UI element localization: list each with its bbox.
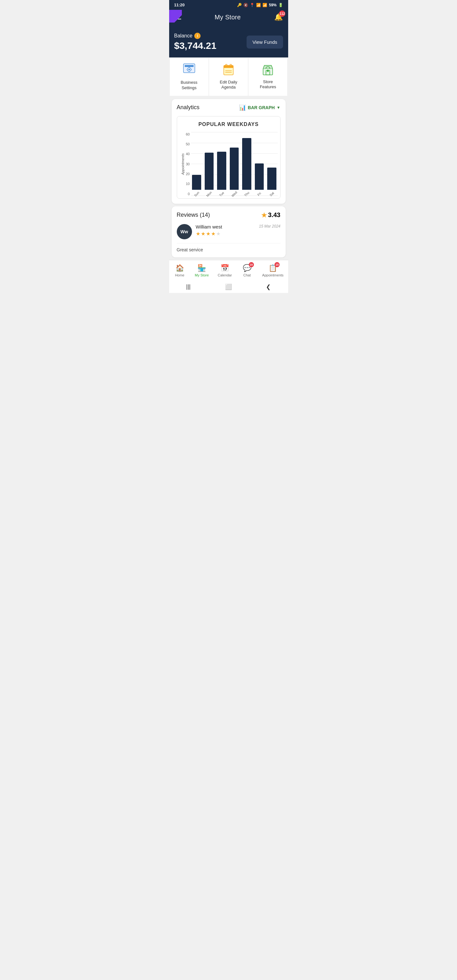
analytics-title: Analytics [177,104,200,111]
chart-type-selector[interactable]: 📊 BAR GRAPH ▼ [239,104,280,111]
svg-point-3 [188,69,190,70]
reviewer-avatar: Ww [177,224,192,239]
mute-icon: 🔇 [244,3,248,7]
reviewer-name-row: William west 15 Mar 2024 [196,224,280,229]
ribbon [169,10,182,22]
bar-sun: Sun [191,132,202,196]
star-5: ★ [216,231,221,237]
my-store-icon: 🏪 [197,264,206,272]
store-features-card[interactable]: StoreFeatures [248,58,287,96]
appointments-badge: 15 [274,262,280,267]
location-icon: 📍 [250,3,255,7]
bar-sat: Sat [266,132,278,196]
y-axis-label: Appointments [181,153,185,175]
time: 11:20 [174,3,185,7]
chart-bars-area: Sun Mon Tue Wed [191,132,278,196]
chart-bars: Sun Mon Tue Wed [191,132,278,196]
store-features-icon [262,64,274,77]
svg-rect-10 [224,67,233,68]
calendar-label: Calendar [218,273,232,277]
chat-badge: 16 [249,262,254,267]
system-nav: ||| ⬜ ❮ [169,280,288,293]
y-axis-values: 60 50 40 30 20 10 0 [186,132,191,196]
star-3: ★ [206,231,210,237]
battery-pct: 59% [269,3,276,7]
chart-container: POPULAR WEEKDAYS Appointments 60 50 40 3… [177,116,280,199]
reviews-avg-rating: ★ 3.43 [261,212,280,219]
notification-badge: 112 [279,11,285,17]
nav-my-store[interactable]: 🏪 My Store [192,263,211,278]
edit-daily-agenda-label: Edit DailyAgenda [220,80,237,91]
chart-type-label: BAR GRAPH [248,105,275,110]
analytics-section: Analytics 📊 BAR GRAPH ▼ POPULAR WEEKDAYS… [172,99,286,204]
bar-tue: Tue [216,132,228,196]
notification-button[interactable]: 🔔 112 [274,13,283,21]
star-4: ★ [211,231,215,237]
key-icon: 🔑 [237,3,242,7]
y-axis-label-container: Appointments [180,132,186,196]
status-icons: 🔑 🔇 📍 📶 📶 59% 🔋 [237,3,283,7]
nav-home[interactable]: 🏠 Home [171,263,188,278]
balance-label: Balance [174,33,193,39]
bar-chart-icon: 📊 [239,104,246,111]
bar-thu: Thu [241,132,253,196]
quick-actions: BusinessSettings Edit DailyAgenda [169,57,288,97]
svg-point-12 [230,64,231,66]
home-label: Home [175,273,184,277]
store-features-label: StoreFeatures [260,80,276,90]
bar-fri: Fri [253,132,265,196]
review-text: Great service [177,247,280,252]
chart-title: POPULAR WEEKDAYS [180,121,278,127]
recent-apps-icon[interactable]: ||| [186,283,190,290]
signal-icon: 📶 [263,3,267,7]
bar-mon: Mon [204,132,215,196]
review-stars: ★ ★ ★ ★ ★ [196,231,280,237]
chevron-down-icon: ▼ [277,105,280,110]
battery-icon: 🔋 [278,3,283,7]
wifi-icon: 📶 [256,3,261,7]
status-bar: 11:20 🔑 🔇 📍 📶 📶 59% 🔋 [169,0,288,10]
view-funds-button[interactable]: View Funds [247,35,283,49]
edit-daily-agenda-icon [223,64,234,77]
svg-rect-1 [185,65,194,67]
nav-appointments[interactable]: 📋 15 Appointments [260,263,286,278]
bar-wed: Wed [228,132,240,196]
appointments-label: Appointments [262,273,283,277]
avg-rating-value: 3.43 [268,212,280,219]
reviews-section: Reviews (14) ★ 3.43 Ww William west 15 M… [172,206,286,258]
bottom-nav: 🏠 Home 🏪 My Store 📅 Calendar 💬 16 Chat 📋… [169,260,288,280]
nav-chat[interactable]: 💬 16 Chat [238,263,256,278]
header-title: My Store [215,14,240,21]
reviews-header: Reviews (14) ★ 3.43 [177,212,280,219]
review-date: 15 Mar 2024 [259,224,280,229]
home-icon: 🏠 [175,264,184,272]
star-1: ★ [196,231,200,237]
reviews-title: Reviews (14) [177,212,210,218]
calendar-icon: 📅 [221,264,229,272]
balance-amount: $3,744.21 [174,40,217,51]
star-icon: ★ [261,212,267,219]
balance-card: Balance i $3,744.21 View Funds [169,26,288,57]
review-item-william: Ww William west 15 Mar 2024 ★ ★ ★ ★ ★ [177,224,280,243]
business-settings-label: BusinessSettings [181,80,197,91]
chat-label: Chat [244,273,251,277]
review-content: William west 15 Mar 2024 ★ ★ ★ ★ ★ [196,224,280,239]
business-settings-icon [183,63,196,78]
home-system-icon[interactable]: ⬜ [225,283,232,290]
my-store-label: My Store [195,273,209,277]
svg-point-11 [225,64,227,66]
star-2: ★ [201,231,205,237]
header: My Store 🔔 112 [169,10,288,26]
nav-calendar[interactable]: 📅 Calendar [215,263,234,278]
back-icon[interactable]: ❮ [266,283,271,290]
reviewer-name: William west [196,224,222,229]
business-settings-card[interactable]: BusinessSettings [170,58,209,96]
edit-daily-agenda-card[interactable]: Edit DailyAgenda [209,58,248,96]
balance-info-icon[interactable]: i [194,33,201,39]
balance-info: Balance i $3,744.21 [174,33,217,51]
